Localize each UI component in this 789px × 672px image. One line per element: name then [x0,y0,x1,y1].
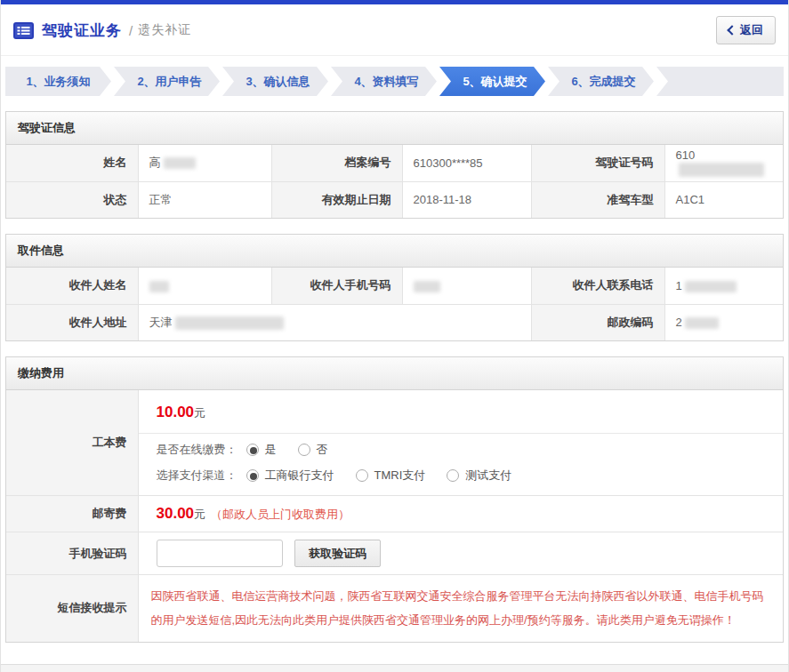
sms-code-input[interactable] [157,540,283,567]
production-fee-unit: 元 [194,406,205,420]
online-pay-option-no[interactable]: 否 [298,442,328,458]
production-fee-cell: 10.00元 是否在线缴费： 是 否 选择支 [138,390,783,496]
field-value [402,268,531,304]
radio-unchecked-icon[interactable] [356,469,368,482]
redacted-value [149,281,169,292]
field-label: 短信接收提示 [6,575,138,642]
license-info-table: 姓名 高 档案编号 610300****85 驾驶证号码 610 状态 正常 有… [6,145,783,218]
pay-channel-radio-row: 选择支付渠道： 工商银行支付 TMRI支付 测试支付 [139,460,784,495]
field-label: 收件人联系电话 [531,268,664,304]
redacted-value [685,281,737,292]
field-label: 收件人手机号码 [271,268,402,304]
back-button[interactable]: 返回 [716,16,776,44]
online-pay-question: 是否在线缴费： [157,442,238,458]
section-payment: 缴纳费用 工本费 10.00元 是否在线缴费： 是 [5,356,784,643]
back-chevron-icon [727,25,737,35]
field-value: 2018-11-18 [402,181,531,218]
table-row-production-fee: 工本费 10.00元 是否在线缴费： 是 否 [6,390,783,496]
field-value-text: 1 [676,279,682,292]
radio-label: 工商银行支付 [265,468,334,484]
field-label: 档案编号 [271,145,402,181]
step-bar-filler [656,67,784,96]
field-value: 正常 [138,181,271,218]
field-label: 准驾车型 [531,181,664,218]
field-label: 有效期止日期 [271,181,402,218]
postage-fee-note: （邮政人员上门收取费用） [211,508,350,521]
field-value: 2 [664,304,783,340]
radio-label: 否 [317,442,328,458]
step-2-user-declaration: 2、用户申告 [114,67,220,96]
pay-channel-option-icbc[interactable]: 工商银行支付 [246,468,334,484]
radio-unchecked-icon[interactable] [447,469,459,482]
step-5-confirm-submit-active: 5、确认提交 [439,67,545,96]
step-4-fill-data: 4、资料填写 [331,67,437,96]
radio-label: TMRI支付 [374,468,426,484]
sms-tip-text: 因陕西省联通、电信运营商技术问题，陕西省互联网交通安全综合服务管理平台无法向持陕… [138,575,783,642]
online-pay-radio-row: 是否在线缴费： 是 否 [139,434,784,460]
field-value: 1 [664,268,783,304]
payment-title: 缴纳费用 [6,357,783,390]
field-label: 姓名 [6,145,138,181]
pay-channel-option-tmri[interactable]: TMRI支付 [356,468,426,484]
radio-label: 测试支付 [465,468,511,484]
radio-label: 是 [265,442,277,458]
step-6-complete-submit: 6、完成提交 [548,67,654,96]
step-1-business-notice: 1、业务须知 [5,67,111,96]
table-row: 状态 正常 有效期止日期 2018-11-18 准驾车型 A1C1 [6,181,783,218]
table-row: 收件人姓名 收件人手机号码 收件人联系电话 1 [6,268,783,304]
step-3-confirm-info: 3、确认信息 [222,67,328,96]
payment-table: 工本费 10.00元 是否在线缴费： 是 否 [6,390,783,642]
field-value: 610300****85 [402,145,531,181]
pickup-info-title: 取件信息 [6,235,783,268]
get-code-button[interactable]: 获取验证码 [294,540,381,567]
field-value: 610 [664,145,783,181]
field-value: A1C1 [664,181,783,218]
online-pay-option-yes[interactable]: 是 [246,442,277,458]
field-value: 高 [138,145,271,181]
field-label: 收件人姓名 [6,268,138,304]
page: 驾驶证业务 / 遗失补证 返回 1、业务须知 2、用户申告 3、确认信息 4、资… [0,0,789,672]
postage-fee-cell: 30.00元（邮政人员上门收取费用） [138,496,783,532]
radio-unchecked-icon[interactable] [298,444,310,456]
back-button-label: 返回 [740,22,763,38]
redacted-value [679,163,764,177]
pay-channel-option-test[interactable]: 测试支付 [447,468,511,484]
redacted-value [685,317,719,329]
field-value [138,268,271,304]
production-fee-amount-row: 10.00元 [139,390,784,434]
license-service-icon [13,22,34,39]
section-license-info: 驾驶证信息 姓名 高 档案编号 610300****85 驾驶证号码 610 状… [5,111,784,219]
field-value-text: 2 [676,316,682,329]
table-row-postage-fee: 邮寄费 30.00元（邮政人员上门收取费用） [6,496,783,532]
field-label: 邮政编码 [531,304,664,340]
radio-checked-icon[interactable] [246,444,259,456]
table-row: 收件人地址 天津 邮政编码 2 [6,304,783,340]
sms-code-cell: 获取验证码 [138,532,783,575]
postage-fee-amount: 30.00 [157,505,195,522]
field-value: 天津 [138,304,531,340]
step-wizard: 1、业务须知 2、用户申告 3、确认信息 4、资料填写 5、确认提交 6、完成提… [5,67,784,96]
production-fee-amount: 10.00 [157,404,195,420]
radio-checked-icon[interactable] [246,469,259,482]
field-value-text: 天津 [149,316,173,329]
table-row-sms-tip: 短信接收提示 因陕西省联通、电信运营商技术问题，陕西省互联网交通安全综合服务管理… [6,575,783,642]
field-label: 状态 [6,181,138,218]
field-label: 邮寄费 [6,496,138,532]
breadcrumb-current: 遗失补证 [138,22,191,38]
postage-fee-unit: 元 [194,508,205,521]
field-label: 驾驶证号码 [531,145,664,181]
field-value-text: 610 [676,148,696,162]
table-row: 姓名 高 档案编号 610300****85 驾驶证号码 610 [6,145,783,181]
license-info-title: 驾驶证信息 [6,112,783,145]
page-title: 驾驶证业务 [42,20,122,41]
section-pickup-info: 取件信息 收件人姓名 收件人手机号码 收件人联系电话 1 收件人地址 天津 邮政… [5,234,784,341]
pickup-info-table: 收件人姓名 收件人手机号码 收件人联系电话 1 收件人地址 天津 邮政编码 2 [6,268,783,340]
pay-channel-question: 选择支付渠道： [157,468,238,484]
field-label: 工本费 [6,390,138,496]
redacted-value [164,157,196,169]
page-header: 驾驶证业务 / 遗失补证 返回 [1,4,788,56]
breadcrumb-divider: / [129,23,133,38]
redacted-value [175,316,284,330]
footer-action-bar: 上一步 完成 [1,664,788,672]
field-value-text: 高 [149,156,161,169]
